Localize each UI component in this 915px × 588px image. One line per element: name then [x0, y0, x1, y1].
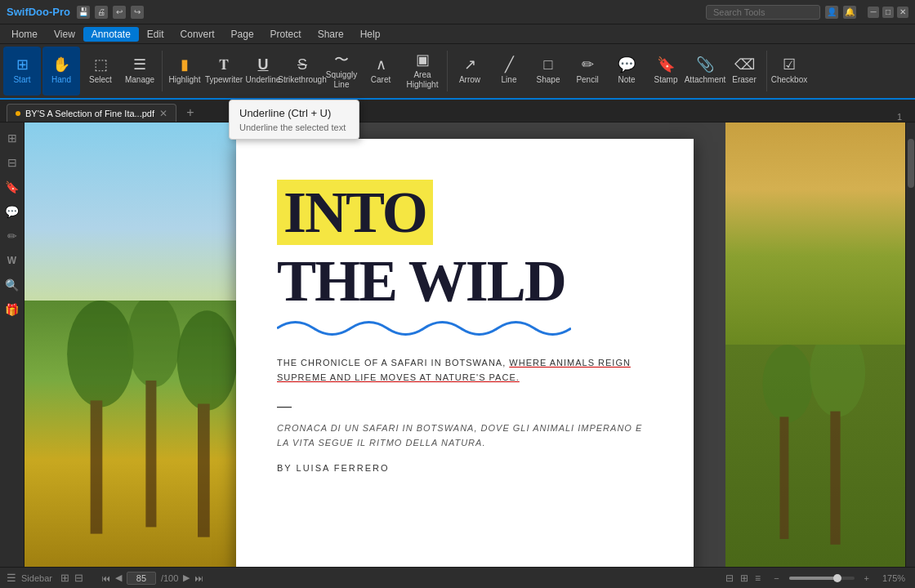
wavy-svg [277, 320, 571, 336]
tool-start[interactable]: ⊞ Start [3, 47, 41, 96]
tabbar-right: 1 [890, 112, 908, 122]
subtitle-text-normal: THE CHRONICLE OF A SAFARI IN BOTSWANA, [277, 358, 509, 368]
maximize-button[interactable]: □ [882, 7, 894, 18]
tool-line[interactable]: ╱ Line [490, 47, 528, 96]
svg-rect-5 [198, 403, 210, 537]
svg-point-0 [67, 301, 134, 408]
tab-close-button[interactable]: ✕ [159, 108, 167, 119]
menu-home[interactable]: Home [3, 27, 46, 42]
hand-icon: ✋ [52, 57, 70, 72]
menu-page[interactable]: Page [223, 27, 262, 42]
tab-add-button[interactable]: + [181, 104, 199, 122]
sidebar-collapse-icon[interactable]: ⊟ [74, 572, 83, 584]
view-scroll-icon[interactable]: ≡ [755, 572, 761, 584]
bg-left-ground [25, 301, 270, 567]
bg-right-sky [725, 122, 905, 345]
sidebar-icon-comment[interactable]: 💬 [3, 203, 21, 220]
zoom-slider-thumb[interactable] [833, 574, 841, 582]
tool-arrow[interactable]: ↗ Arrow [451, 47, 489, 96]
notification-icon[interactable]: 🔔 [843, 6, 856, 19]
scroll-thumb[interactable] [908, 139, 914, 188]
svg-rect-8 [779, 416, 788, 539]
stamp-label: Stamp [654, 75, 678, 85]
subtitle-italian-block: CRONACA DI UN SAFARI IN BOTSWANA, DOVE G… [277, 421, 653, 450]
typewriter-icon: 𝐓 [219, 57, 229, 72]
tool-area-highlight[interactable]: ▣ Area Highlight [401, 47, 444, 96]
tool-note[interactable]: 💬 Note [608, 47, 645, 96]
tabbar: BY'S A Selection of Fine Ita...pdf ✕ + 1 [0, 100, 915, 122]
zoom-in-button[interactable]: + [864, 573, 869, 583]
sidebar-icon-pages[interactable]: ⊟ [3, 154, 21, 172]
tool-eraser[interactable]: ⌫ Eraser [725, 47, 763, 96]
titlebar-left: SwifDoo-Pro 💾 🖨 ↩ ↪ [7, 6, 144, 19]
eraser-icon: ⌫ [734, 57, 755, 72]
sidebar-icon-signature[interactable]: ✏ [3, 227, 21, 245]
highlight-icon: ▮ [181, 57, 189, 72]
tool-shape[interactable]: □ Shape [529, 47, 567, 96]
tool-caret[interactable]: ∧ Caret [362, 47, 399, 96]
menu-edit[interactable]: Edit [139, 27, 172, 42]
shape-icon: □ [544, 57, 553, 72]
nav-next-icon[interactable]: ▶ [183, 572, 190, 583]
sidebar-icon-home[interactable]: ⊞ [3, 129, 21, 147]
checkbox-icon: ☑ [783, 57, 796, 72]
menu-share[interactable]: Share [310, 27, 352, 42]
minimize-button[interactable]: ─ [868, 7, 879, 18]
undo-icon[interactable]: ↩ [113, 6, 126, 19]
page-title-line2: THE WILD [277, 252, 653, 310]
tool-highlight[interactable]: ▮ Highlight [166, 47, 203, 96]
document-tab[interactable]: BY'S A Selection of Fine Ita...pdf ✕ [7, 104, 176, 122]
search-input[interactable] [706, 5, 820, 20]
tool-hand[interactable]: ✋ Hand [42, 47, 80, 96]
sidebar-icon-bookmark[interactable]: 🔖 [3, 178, 21, 196]
separator-3 [766, 51, 767, 91]
menu-view[interactable]: View [46, 27, 83, 42]
tool-strikethrough[interactable]: S Strikethrough [283, 47, 321, 96]
view-double-icon[interactable]: ⊞ [740, 572, 748, 584]
print-icon[interactable]: 🖨 [95, 6, 108, 19]
zoom-out-button[interactable]: − [774, 573, 779, 583]
tooltip-description: Underline the selected text [239, 122, 349, 132]
titlebar: SwifDoo-Pro 💾 🖨 ↩ ↪ 👤 🔔 ─ □ ✕ [0, 0, 915, 24]
tool-checkbox[interactable]: ☑ Checkbox [770, 47, 808, 96]
tool-attachment[interactable]: 📎 Attachment [686, 47, 724, 96]
tool-squiggly[interactable]: 〜 Squiggly Line [323, 47, 360, 96]
right-scrollbar[interactable] [905, 122, 915, 567]
svg-rect-9 [830, 412, 840, 545]
typewriter-label: Typewriter [205, 75, 243, 85]
sidebar-expand-icon[interactable]: ⊞ [60, 572, 69, 584]
page-number-input[interactable] [127, 572, 156, 585]
zoom-slider[interactable] [789, 577, 855, 580]
underline-label: Underline [246, 75, 281, 85]
sidebar-icon-gift[interactable]: 🎁 [3, 301, 21, 318]
nav-first-icon[interactable]: ⏮ [101, 573, 110, 583]
separator-2 [447, 51, 448, 91]
sidebar-toggle-icon[interactable]: ☰ [7, 572, 16, 584]
tool-underline[interactable]: U Underline [244, 47, 282, 96]
user-icon[interactable]: 👤 [825, 6, 838, 19]
start-label: Start [13, 75, 30, 85]
menu-convert[interactable]: Convert [172, 27, 223, 42]
svg-point-6 [762, 345, 812, 422]
subtitle-italian: CRONACA DI UN SAFARI IN BOTSWANA, DOVE G… [277, 421, 653, 450]
sidebar-icon-search[interactable]: 🔍 [3, 276, 21, 294]
tool-manage[interactable]: ☰ Manage [121, 47, 158, 96]
close-button[interactable]: ✕ [897, 7, 908, 18]
area-highlight-label: Area Highlight [402, 70, 443, 90]
menu-help[interactable]: Help [352, 27, 389, 42]
tool-pencil[interactable]: ✏ Pencil [569, 47, 606, 96]
nav-prev-icon[interactable]: ◀ [115, 572, 122, 583]
tool-select[interactable]: ⬚ Select [82, 47, 119, 96]
content-area: INTO THE WILD THE CHRONICLE OF A SAFARI … [25, 122, 905, 567]
redo-icon[interactable]: ↪ [131, 6, 144, 19]
nav-last-icon[interactable]: ⏭ [194, 573, 203, 583]
sidebar-icon-text[interactable]: W [3, 252, 21, 270]
caret-icon: ∧ [376, 57, 386, 72]
tool-stamp[interactable]: 🔖 Stamp [647, 47, 685, 96]
menu-protect[interactable]: Protect [262, 27, 310, 42]
tool-typewriter[interactable]: 𝐓 Typewriter [205, 47, 243, 96]
view-single-icon[interactable]: ⊟ [725, 572, 734, 584]
menu-annotate[interactable]: Annotate [83, 27, 139, 42]
manage-icon: ☰ [133, 57, 146, 72]
save-icon[interactable]: 💾 [77, 6, 90, 19]
